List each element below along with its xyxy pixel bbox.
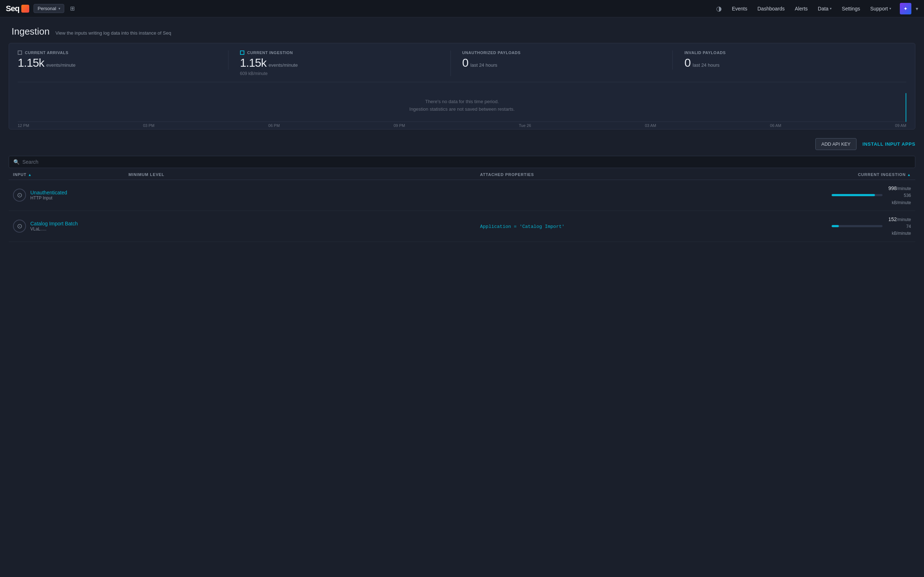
chart-label-7: 09 AM xyxy=(895,123,906,128)
unauthorized-value: 0 xyxy=(462,56,468,69)
ingestion-bar-wrap-0 xyxy=(832,194,882,196)
nav-support[interactable]: Support ▾ xyxy=(866,3,895,14)
attached-prop-value-1: Application = 'Catalog Import' xyxy=(480,224,564,229)
ingestion-bar-bg-0 xyxy=(832,194,882,196)
chart-label-4: Tue 26 xyxy=(519,123,531,128)
chart-label-6: 06 AM xyxy=(770,123,781,128)
metrics-panel: CURRENT ARRIVALS 1.15k events/minute CUR… xyxy=(9,43,915,129)
ingestion-sub: 609 kB/minute xyxy=(240,71,439,76)
page-subtitle: View the inputs writing log data into th… xyxy=(56,30,171,36)
ingestion-values-1: 152/minute 74 kB/minute xyxy=(888,215,911,237)
attached-props-cell-1: Application = 'Catalog Import' xyxy=(480,223,832,229)
ingestion-sub-0: 536 kB/minute xyxy=(888,192,911,206)
unauthorized-label: UNAUTHORIZED PAYLOADS xyxy=(462,50,661,55)
input-icon-0: ⊙ xyxy=(13,189,26,201)
inputs-toolbar: ADD API KEY INSTALL INPUT APPS xyxy=(9,138,915,150)
navbar: Seq Personal ▾ ⊞ ◑ Events Dashboards Ale… xyxy=(0,0,924,17)
chart-label-0: 12 PM xyxy=(18,123,29,128)
table-header: INPUT ▲ MINIMUM LEVEL ATTACHED PROPERTIE… xyxy=(9,169,915,180)
ingestion-value: 1.15k xyxy=(240,56,267,69)
nav-dashboards[interactable]: Dashboards xyxy=(753,3,789,14)
ingestion-value-row: 1.15k events/minute xyxy=(240,56,439,69)
unauthorized-unit: last 24 hours xyxy=(470,62,497,68)
chart-label-5: 03 AM xyxy=(645,123,656,128)
search-icon: 🔍 xyxy=(13,159,19,165)
invalid-value-row: 0 last 24 hours xyxy=(684,56,883,69)
nav-alerts[interactable]: Alerts xyxy=(790,3,812,14)
chart-label-1: 03 PM xyxy=(143,123,155,128)
nav-settings[interactable]: Settings xyxy=(837,3,864,14)
chevron-down-icon: ▾ xyxy=(58,6,60,10)
chart-baseline xyxy=(18,121,906,122)
sort-icon[interactable]: ▲ xyxy=(28,173,32,177)
ingestion-bar-fill-1 xyxy=(832,225,839,227)
user-avatar[interactable]: ✦ xyxy=(900,3,911,15)
chevron-down-icon: ▾ xyxy=(889,6,891,10)
sort-asc-icon[interactable]: ▲ xyxy=(907,173,911,177)
input-name-0[interactable]: Unauthenticated xyxy=(30,190,67,195)
arrivals-unit: events/minute xyxy=(46,62,76,68)
col-header-ingestion: CURRENT INGESTION ▲ xyxy=(832,172,911,177)
unauthorized-value-row: 0 last 24 hours xyxy=(462,56,661,69)
table-body: ⊙ Unauthenticated HTTP Input 998/ xyxy=(9,180,915,242)
nav-data[interactable]: Data ▾ xyxy=(814,3,836,14)
ingestion-cell-0: 998/minute 536 kB/minute xyxy=(832,184,911,206)
page-title: Ingestion xyxy=(11,26,50,37)
input-icon-1: ⊙ xyxy=(13,220,26,233)
chart-no-data: There's no data for this time period. In… xyxy=(409,98,515,113)
chevron-down-icon: ▾ xyxy=(830,6,832,10)
invalid-label: INVALID PAYLOADS xyxy=(684,50,883,55)
logo[interactable]: Seq xyxy=(6,4,29,13)
inputs-section: ADD API KEY INSTALL INPUT APPS 🔍 INPUT ▲… xyxy=(9,138,915,242)
table-row: ⊙ Unauthenticated HTTP Input 998/ xyxy=(9,180,915,211)
search-input[interactable] xyxy=(23,159,911,165)
metric-invalid: INVALID PAYLOADS 0 last 24 hours xyxy=(684,50,895,69)
col-header-attached-props: ATTACHED PROPERTIES xyxy=(480,172,832,177)
table-row: ⊙ Catalog Import Batch VLaL..... Applica… xyxy=(9,211,915,242)
metrics-row: CURRENT ARRIVALS 1.15k events/minute CUR… xyxy=(18,50,906,82)
workspace-selector[interactable]: Personal ▾ xyxy=(34,4,64,13)
avatar-dropdown-icon[interactable]: ▾ xyxy=(916,6,918,11)
ingestion-bar-fill-0 xyxy=(832,194,875,196)
page-header: Ingestion View the inputs writing log da… xyxy=(0,17,924,43)
chart-time-labels: 12 PM 03 PM 06 PM 09 PM Tue 26 03 AM 06 … xyxy=(18,123,906,129)
input-info-1: Catalog Import Batch VLaL..... xyxy=(30,221,78,232)
ingestion-unit-1: /minute xyxy=(897,217,911,222)
arrivals-value: 1.15k xyxy=(18,56,44,69)
chart-spike xyxy=(906,93,906,122)
workspace-label: Personal xyxy=(37,6,56,11)
bookmark-icon[interactable]: ⊞ xyxy=(70,5,75,12)
input-type-1: VLaL..... xyxy=(30,226,78,232)
col-header-min-level: MINIMUM LEVEL xyxy=(129,172,480,177)
arrivals-value-row: 1.15k events/minute xyxy=(18,56,216,69)
chart-label-2: 06 PM xyxy=(268,123,280,128)
input-cell-0: ⊙ Unauthenticated HTTP Input xyxy=(13,189,129,201)
input-name-1[interactable]: Catalog Import Batch xyxy=(30,221,78,226)
invalid-unit: last 24 hours xyxy=(693,62,719,68)
ingestion-rate-0: 998/minute xyxy=(888,184,911,192)
ingestion-indicator xyxy=(240,50,244,55)
invalid-value: 0 xyxy=(684,56,690,69)
ingestion-unit: events/minute xyxy=(268,62,298,68)
metric-ingestion-label: CURRENT INGESTION xyxy=(240,50,439,55)
arrivals-indicator xyxy=(18,50,22,55)
theme-toggle[interactable]: ◑ xyxy=(716,5,722,13)
add-api-key-button[interactable]: ADD API KEY xyxy=(815,138,857,150)
input-cell-1: ⊙ Catalog Import Batch VLaL..... xyxy=(13,220,129,233)
install-input-apps-button[interactable]: INSTALL INPUT APPS xyxy=(862,141,915,147)
ingestion-bar-bg-1 xyxy=(832,225,882,227)
col-header-input: INPUT ▲ xyxy=(13,172,129,177)
nav-events[interactable]: Events xyxy=(728,3,752,14)
metric-ingestion: CURRENT INGESTION 1.15k events/minute 60… xyxy=(240,50,451,76)
logo-icon xyxy=(21,5,29,13)
avatar-icon: ✦ xyxy=(903,6,908,11)
metric-arrivals-label: CURRENT ARRIVALS xyxy=(18,50,216,55)
ingestion-rate-1: 152/minute xyxy=(888,215,911,223)
input-type-0: HTTP Input xyxy=(30,195,67,200)
ingestion-chart: There's no data for this time period. In… xyxy=(9,82,915,129)
input-info-0: Unauthenticated HTTP Input xyxy=(30,190,67,200)
ingestion-values-0: 998/minute 536 kB/minute xyxy=(888,184,911,206)
ingestion-cell-1: 152/minute 74 kB/minute xyxy=(832,215,911,237)
metric-arrivals: CURRENT ARRIVALS 1.15k events/minute xyxy=(18,50,228,69)
ingestion-unit-0: /minute xyxy=(897,186,911,191)
